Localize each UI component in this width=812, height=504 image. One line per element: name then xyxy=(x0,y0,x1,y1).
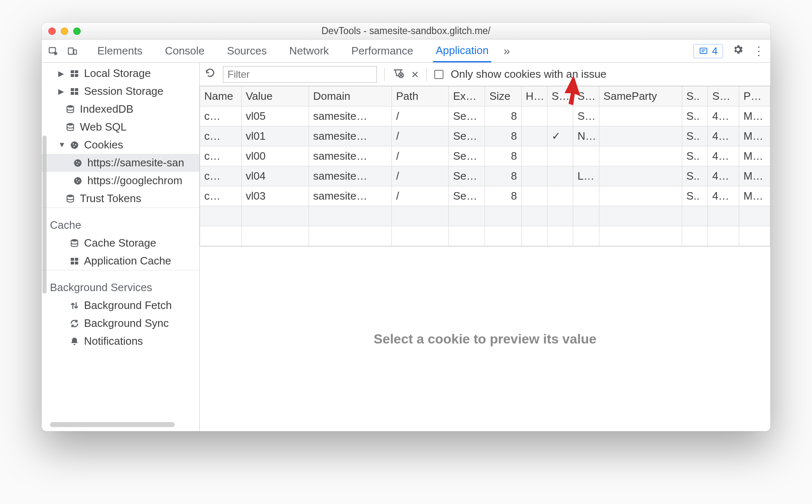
cell-h xyxy=(521,186,547,206)
sidebar-cache-item-1[interactable]: ▶Application Cache xyxy=(42,252,199,270)
table-row[interactable]: c…vl04samesite…/Se…8L…S..4…M… xyxy=(200,166,770,186)
sidebar-item-label: Notifications xyxy=(84,335,143,348)
svg-rect-9 xyxy=(75,88,78,91)
cell-s2: L… xyxy=(573,166,599,186)
cookie-preview-placeholder: Select a cookie to preview its value xyxy=(200,247,770,431)
col-header-4[interactable]: Ex… xyxy=(449,86,485,106)
cell-name: c… xyxy=(200,186,242,206)
more-options-icon[interactable]: ⋮ xyxy=(753,44,765,58)
clear-filter-icon[interactable] xyxy=(392,67,404,82)
grid-icon xyxy=(69,256,80,267)
sidebar-item-label: Trust Tokens xyxy=(80,192,141,205)
table-row[interactable]: c…vl01samesite…/Se…8✓N…S..4…M… xyxy=(200,126,770,146)
sidebar-storage-item-6[interactable]: https://googlechrom xyxy=(42,172,199,190)
tab-sources[interactable]: Sources xyxy=(225,40,269,62)
col-header-10[interactable]: S.. xyxy=(682,86,708,106)
cell-sa: S.. xyxy=(682,126,708,146)
cell-size: 8 xyxy=(485,166,521,186)
sidebar-storage-item-7[interactable]: Trust Tokens xyxy=(42,190,199,208)
col-header-3[interactable]: Path xyxy=(392,86,449,106)
sidebar-horizontal-scrollbar[interactable] xyxy=(50,422,175,427)
sidebar-item-label: Cache Storage xyxy=(84,237,156,250)
settings-gear-icon[interactable] xyxy=(732,44,744,58)
cookies-toolbar: × Only show cookies with an issue xyxy=(200,63,770,86)
tab-network[interactable]: Network xyxy=(287,40,331,62)
sidebar-storage-item-3[interactable]: Web SQL xyxy=(42,118,199,136)
issues-count: 4 xyxy=(712,45,718,57)
cell-h xyxy=(521,146,547,166)
sidebar-storage-item-2[interactable]: IndexedDB xyxy=(42,100,199,118)
svg-rect-28 xyxy=(71,258,74,261)
overflow-tabs-icon[interactable]: » xyxy=(495,44,510,58)
svg-point-21 xyxy=(77,163,78,165)
table-row[interactable]: c…vl00samesite…/Se…8S..4…M… xyxy=(200,146,770,166)
sidebar-scrollbar[interactable] xyxy=(42,136,47,294)
sidebar-bg-item-2[interactable]: ▶Notifications xyxy=(42,332,199,350)
svg-point-25 xyxy=(77,181,78,183)
tab-console[interactable]: Console xyxy=(162,40,207,62)
col-header-12[interactable]: P… xyxy=(739,86,770,106)
sidebar-bg-item-1[interactable]: ▶Background Sync xyxy=(42,314,199,332)
cell-sa: S.. xyxy=(682,106,708,126)
cell-sa: S.. xyxy=(682,186,708,206)
cell-name: c… xyxy=(200,146,242,166)
col-header-0[interactable]: Name xyxy=(200,86,242,106)
cell-domain: samesite… xyxy=(309,146,391,166)
svg-rect-7 xyxy=(75,74,78,77)
col-header-6[interactable]: H… xyxy=(521,86,547,106)
sidebar-bg-item-0[interactable]: ▶Background Fetch xyxy=(42,296,199,314)
svg-point-13 xyxy=(67,123,74,126)
sidebar-cache-item-0[interactable]: ▶Cache Storage xyxy=(42,234,199,252)
tab-elements[interactable]: Elements xyxy=(95,40,145,62)
cell-size: 8 xyxy=(485,106,521,126)
cell-path: / xyxy=(392,106,449,126)
cell-size: 8 xyxy=(485,126,521,146)
sidebar-item-label: https://googlechrom xyxy=(87,174,182,187)
table-row[interactable]: c…vl05samesite…/Se…8S…S..4…M… xyxy=(200,106,770,126)
col-header-1[interactable]: Value xyxy=(241,86,309,106)
col-header-9[interactable]: SameParty xyxy=(599,86,682,106)
filter-input[interactable] xyxy=(223,66,377,83)
cell-p: M… xyxy=(739,186,770,206)
devtools-window: DevTools - samesite-sandbox.glitch.me/ E… xyxy=(42,23,770,431)
cookies-pane: × Only show cookies with an issue NameVa… xyxy=(200,63,770,431)
sidebar-storage-item-4[interactable]: ▼Cookies xyxy=(42,136,199,154)
cell-value: vl05 xyxy=(241,106,309,126)
device-toolbar-icon[interactable] xyxy=(67,45,78,57)
svg-point-22 xyxy=(74,177,82,185)
delete-icon[interactable]: × xyxy=(411,67,419,82)
sidebar-item-label: https://samesite-san xyxy=(87,156,184,169)
cell-domain: samesite… xyxy=(309,106,391,126)
col-header-5[interactable]: Size xyxy=(485,86,521,106)
cookie-icon xyxy=(72,158,83,168)
expand-down-icon: ▼ xyxy=(58,141,65,149)
sidebar-storage-item-0[interactable]: ▶Local Storage xyxy=(42,64,199,82)
svg-point-14 xyxy=(71,141,78,149)
bg-section-header: Background Services xyxy=(42,270,199,296)
cell-sa: S.. xyxy=(682,166,708,186)
col-header-2[interactable]: Domain xyxy=(309,86,391,106)
refresh-icon[interactable] xyxy=(205,67,215,81)
inspect-element-icon[interactable] xyxy=(47,45,59,57)
only-issues-checkbox[interactable] xyxy=(434,70,443,79)
cell-party xyxy=(599,186,682,206)
cache-section-header: Cache xyxy=(42,208,199,234)
sidebar-storage-item-5[interactable]: https://samesite-san xyxy=(42,154,199,172)
cell-s2: N… xyxy=(573,126,599,146)
cell-s1 xyxy=(547,186,573,206)
svg-point-18 xyxy=(74,159,82,167)
tab-performance[interactable]: Performance xyxy=(349,40,416,62)
table-row[interactable]: c…vl03samesite…/Se…8S..4…M… xyxy=(200,186,770,206)
sidebar-storage-item-1[interactable]: ▶Session Storage xyxy=(42,82,199,100)
col-header-11[interactable]: S… xyxy=(708,86,739,106)
cell-value: vl01 xyxy=(241,126,309,146)
cell-domain: samesite… xyxy=(309,126,391,146)
devtools-tabbar: ElementsConsoleSourcesNetworkPerformance… xyxy=(42,40,770,63)
issues-badge[interactable]: 4 xyxy=(693,44,723,58)
svg-rect-5 xyxy=(75,70,78,73)
svg-rect-10 xyxy=(71,92,74,95)
svg-rect-2 xyxy=(74,49,77,54)
cell-s1 xyxy=(547,106,573,126)
tab-application[interactable]: Application xyxy=(433,40,491,62)
table-row-empty xyxy=(200,226,770,246)
